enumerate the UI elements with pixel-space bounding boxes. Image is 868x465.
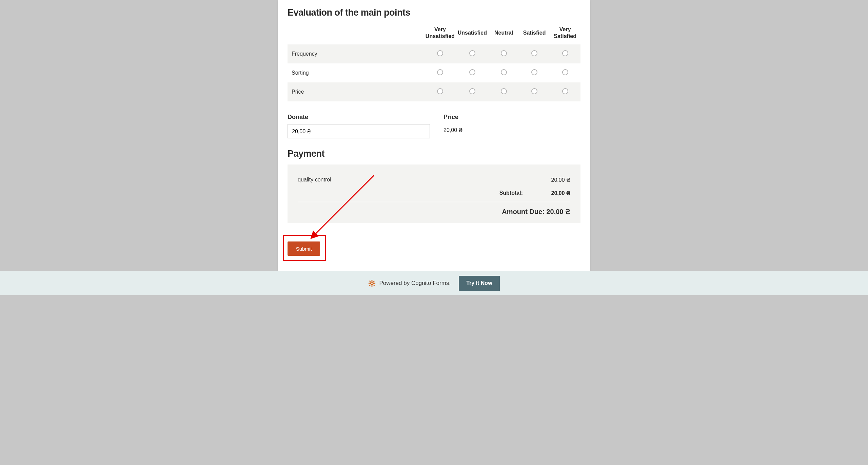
payment-box: quality control 20,00 ₴ Subtotal: 20,00 … (288, 164, 580, 223)
payment-line-item-name: quality control (298, 177, 331, 183)
cognito-gear-icon (368, 279, 376, 287)
payment-subtotal-row: Subtotal: 20,00 ₴ (298, 185, 570, 198)
radio-frequency-very-satisfied[interactable] (562, 50, 568, 56)
payment-line-item: quality control 20,00 ₴ (298, 175, 570, 185)
radio-sorting-satisfied[interactable] (531, 69, 537, 75)
payment-amount-due: Amount Due: 20,00 ₴ (298, 202, 570, 216)
radio-price-satisfied[interactable] (531, 88, 537, 94)
svg-point-2 (371, 282, 373, 284)
svg-line-10 (374, 281, 375, 282)
radio-price-very-unsatisfied[interactable] (437, 88, 443, 94)
evaluation-heading: Evaluation of the main points (288, 7, 580, 18)
page-wrap: Evaluation of the main points Very Unsat… (0, 0, 868, 295)
donate-input[interactable] (288, 124, 430, 138)
donate-price-row: Donate Price 20,00 ₴ (288, 114, 580, 138)
submit-button[interactable]: Submit (288, 241, 320, 256)
likert-table: Very Unsatisfied Unsatisfied Neutral Sat… (288, 23, 580, 101)
try-it-now-button[interactable]: Try It Now (459, 276, 499, 291)
price-value: 20,00 ₴ (443, 124, 580, 133)
price-field: Price 20,00 ₴ (443, 114, 580, 138)
likert-row: Sorting (288, 63, 580, 82)
likert-row-label: Frequency (288, 44, 424, 63)
radio-price-unsatisfied[interactable] (469, 88, 475, 94)
payment-amount-due-label: Amount Due: (502, 208, 545, 215)
likert-row: Frequency (288, 44, 580, 63)
price-label: Price (443, 114, 580, 121)
radio-frequency-unsatisfied[interactable] (469, 50, 475, 56)
radio-frequency-neutral[interactable] (501, 50, 507, 56)
payment-subtotal-value: 20,00 ₴ (543, 190, 570, 196)
payment-heading: Payment (288, 149, 580, 159)
radio-price-neutral[interactable] (501, 88, 507, 94)
radio-sorting-unsatisfied[interactable] (469, 69, 475, 75)
likert-empty-header (288, 23, 424, 44)
radio-frequency-very-unsatisfied[interactable] (437, 50, 443, 56)
radio-price-very-satisfied[interactable] (562, 88, 568, 94)
likert-row: Price (288, 82, 580, 101)
radio-sorting-very-satisfied[interactable] (562, 69, 568, 75)
radio-sorting-neutral[interactable] (501, 69, 507, 75)
svg-line-9 (370, 285, 371, 286)
likert-col-unsatisfied: Unsatisfied (456, 23, 488, 44)
svg-line-7 (370, 281, 371, 282)
submit-area: Submit (288, 235, 580, 262)
payment-subtotal-label: Subtotal: (298, 190, 523, 196)
payment-line-item-amount: 20,00 ₴ (551, 177, 570, 183)
likert-col-very-satisfied: Very Satisfied (550, 23, 580, 44)
payment-amount-due-value: 20,00 ₴ (546, 208, 570, 215)
likert-col-neutral: Neutral (488, 23, 519, 44)
donate-label: Donate (288, 114, 430, 121)
footer: Powered by Cognito Forms. Try It Now (0, 271, 868, 295)
likert-row-label: Price (288, 82, 424, 101)
footer-branding[interactable]: Powered by Cognito Forms. (368, 279, 451, 287)
likert-col-satisfied: Satisfied (519, 23, 550, 44)
svg-line-8 (374, 285, 375, 286)
likert-col-very-unsatisfied: Very Unsatisfied (424, 23, 456, 44)
footer-powered-by: Powered by Cognito Forms. (379, 280, 451, 287)
likert-row-label: Sorting (288, 63, 424, 82)
radio-sorting-very-unsatisfied[interactable] (437, 69, 443, 75)
radio-frequency-satisfied[interactable] (531, 50, 537, 56)
form-card: Evaluation of the main points Very Unsat… (278, 0, 590, 271)
donate-field: Donate (288, 114, 430, 138)
